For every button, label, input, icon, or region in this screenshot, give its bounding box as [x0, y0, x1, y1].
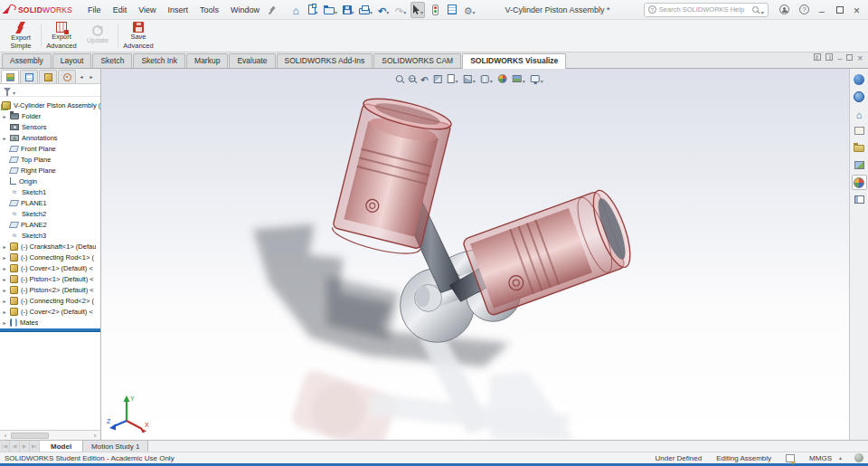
undo-button[interactable]	[376, 2, 391, 18]
expand-arrow-icon[interactable]	[2, 253, 7, 262]
tree-item[interactable]: (-) Connecting Rod<2> (	[0, 295, 100, 306]
home-button[interactable]	[288, 2, 303, 18]
annotation-views-button[interactable]	[448, 71, 458, 86]
close-button[interactable]	[849, 3, 864, 17]
tab-scroll-prev[interactable]	[10, 441, 20, 452]
expand-arrow-icon[interactable]	[2, 275, 7, 283]
expand-arrow-icon[interactable]	[2, 319, 7, 327]
menu-edit[interactable]: Edit	[108, 3, 133, 17]
tree-item[interactable]: Origin	[0, 176, 100, 186]
tab-evaluate[interactable]: Evaluate	[229, 53, 275, 68]
tab-assembly[interactable]: Assembly	[2, 53, 52, 68]
taskpane-resources-button[interactable]	[852, 106, 867, 121]
model-piston-right[interactable]	[462, 186, 637, 317]
tab-scroll-first[interactable]	[0, 441, 10, 452]
apply-scene-button[interactable]	[513, 71, 525, 86]
previous-view-button[interactable]	[420, 71, 428, 86]
tree-item[interactable]: Sketch3	[0, 230, 100, 241]
pane-left-icon[interactable]	[814, 53, 821, 61]
doc-close-icon[interactable]	[857, 50, 863, 64]
export-simple-button[interactable]: Export Simple	[3, 21, 39, 51]
taskpane-forum-button[interactable]	[852, 89, 867, 104]
tree-item[interactable]: (-) Connecting Rod<1> (	[0, 252, 100, 262]
piston-assembly-model[interactable]	[101, 69, 849, 440]
doc-restore-icon[interactable]	[846, 54, 853, 61]
unit-system[interactable]: MMGS	[809, 454, 832, 462]
options-button[interactable]	[462, 2, 476, 18]
tree-item[interactable]: Right Plane	[0, 165, 100, 176]
zoom-to-fit-button[interactable]	[395, 75, 402, 82]
search-dropdown-icon[interactable]	[761, 3, 764, 17]
tab-layout[interactable]: Layout	[52, 53, 92, 68]
expand-arrow-icon[interactable]	[2, 112, 7, 120]
tab-sketch[interactable]: Sketch	[92, 53, 132, 68]
save-advanced-button[interactable]: Save Advanced	[120, 21, 156, 51]
tree-item[interactable]: PLANE2	[0, 219, 100, 230]
help-button[interactable]	[795, 5, 814, 14]
tree-item[interactable]: Annotations	[0, 132, 100, 143]
edit-appearance-button[interactable]	[498, 74, 507, 83]
redo-button[interactable]	[393, 2, 408, 18]
rollback-bar[interactable]	[0, 328, 100, 331]
file-properties-button[interactable]	[445, 2, 459, 18]
tree-item[interactable]: Top Plane	[0, 154, 100, 165]
expand-arrow-icon[interactable]	[2, 134, 7, 142]
menu-window[interactable]: Window	[225, 3, 265, 17]
tree-item[interactable]: (-) Piston<2> (Default) <	[0, 284, 100, 295]
taskpane-scenes-decals-button[interactable]	[852, 175, 867, 190]
menu-file[interactable]: File	[82, 3, 107, 17]
tree-item[interactable]: PLANE1	[0, 197, 100, 208]
tree-item[interactable]: Sketch1	[0, 186, 100, 197]
search-icon[interactable]	[752, 6, 759, 13]
tab-solidworks-add-ins[interactable]: SOLIDWORKS Add-Ins	[277, 53, 373, 68]
graphics-viewport[interactable]: Y X Z	[101, 69, 849, 440]
tree-horizontal-scrollbar[interactable]	[0, 430, 100, 440]
menu-tools[interactable]: Tools	[194, 3, 224, 17]
pin-menu-icon[interactable]	[268, 5, 277, 14]
taskpane-3dexperience-button[interactable]	[852, 71, 867, 87]
tab-dimxpertmanager[interactable]	[58, 70, 76, 83]
expand-arrow-icon[interactable]	[2, 297, 7, 305]
panel-tab-scroll-right[interactable]	[87, 70, 96, 83]
pane-right-icon[interactable]	[826, 53, 833, 61]
tree-item[interactable]: Mates	[0, 317, 100, 328]
tree-item[interactable]: Front Plane	[0, 143, 100, 154]
restore-button[interactable]	[830, 6, 848, 14]
select-tool-button[interactable]	[410, 2, 425, 18]
expand-arrow-icon[interactable]	[2, 308, 7, 316]
save-button[interactable]	[341, 2, 355, 18]
scrollbar-thumb[interactable]	[11, 433, 49, 439]
new-document-button[interactable]	[306, 2, 320, 18]
unit-system-caret-icon[interactable]	[839, 454, 842, 461]
tab-scroll-next[interactable]	[20, 441, 30, 452]
export-advanced-button[interactable]: Export Advanced	[43, 21, 80, 51]
filter-funnel-icon[interactable]	[4, 88, 11, 92]
tree-item[interactable]: (-) Piston<1> (Default) <	[0, 273, 100, 284]
view-orientation-button[interactable]	[464, 71, 476, 86]
help-search-box[interactable]	[644, 3, 769, 17]
status-options-icon[interactable]	[854, 453, 863, 462]
account-button[interactable]	[775, 5, 794, 14]
minimize-button[interactable]	[815, 3, 829, 17]
doc-minimize-icon[interactable]	[837, 50, 842, 64]
panel-tab-scroll-left[interactable]	[77, 70, 86, 83]
tab-design-tree[interactable]	[1, 70, 19, 83]
tree-item[interactable]: (-) Cover<2> (Default) <	[0, 306, 100, 317]
tab-model[interactable]: Model	[40, 441, 83, 452]
zoom-to-area-button[interactable]	[408, 75, 415, 82]
expand-arrow-icon[interactable]	[2, 286, 7, 294]
tree-item[interactable]: Folder	[0, 110, 100, 121]
taskpane-custom-properties-button[interactable]	[852, 192, 867, 207]
tab-motion-study-1[interactable]: Motion Study 1	[83, 441, 148, 452]
tab-solidworks-cam[interactable]: SOLIDWORKS CAM	[373, 53, 461, 68]
taskpane-appearances-button[interactable]	[852, 157, 867, 173]
display-style-button[interactable]	[481, 71, 493, 86]
tab-solidworks-visualize[interactable]: SOLIDWORKS Visualize	[462, 53, 566, 69]
tab-propertymanager[interactable]	[20, 70, 38, 83]
tab-scroll-last[interactable]	[30, 441, 40, 452]
scroll-left-icon[interactable]	[2, 433, 9, 439]
tree-item[interactable]: Sketch2	[0, 208, 100, 219]
taskpane-view-palette-button[interactable]	[852, 123, 867, 138]
tree-root[interactable]: V-Cylinder Piston Assembly (	[0, 100, 100, 110]
tab-markup[interactable]: Markup	[186, 53, 228, 68]
